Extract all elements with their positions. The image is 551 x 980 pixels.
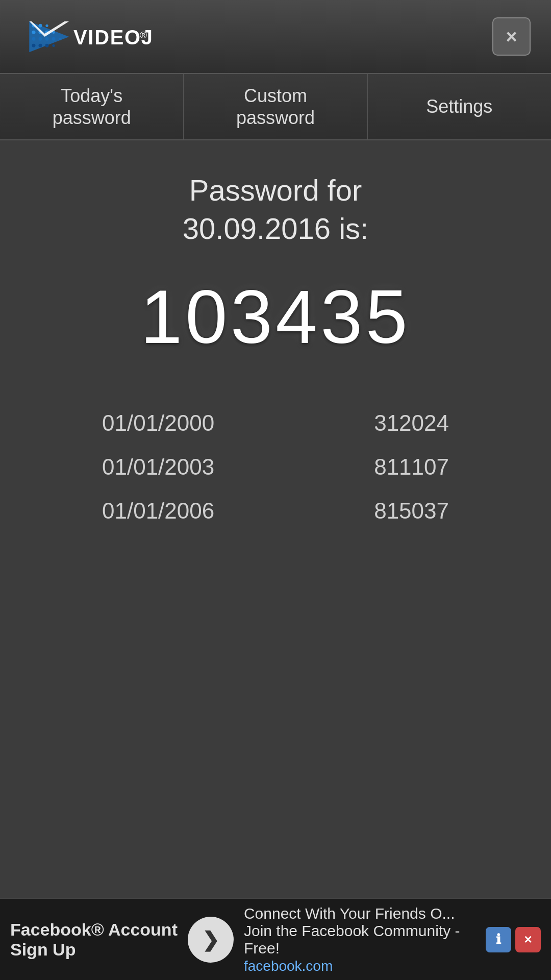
close-icon: × xyxy=(506,27,517,46)
svg-point-15 xyxy=(45,43,49,47)
history-table: 01/01/2000 312024 01/01/2003 811107 01/0… xyxy=(102,401,449,533)
tab-settings-label: Settings xyxy=(426,95,492,117)
history-date-1: 01/01/2000 xyxy=(102,410,214,436)
svg-point-4 xyxy=(32,30,36,34)
history-pw-1: 312024 xyxy=(374,410,449,436)
svg-point-10 xyxy=(45,37,49,40)
svg-point-8 xyxy=(32,37,36,40)
svg-point-3 xyxy=(45,24,48,27)
ad-icons: ℹ × xyxy=(486,927,541,952)
facebook-link[interactable]: facebook.com xyxy=(244,958,333,974)
tab-custom-password[interactable]: Custompassword xyxy=(184,74,367,139)
ad-close-icon[interactable]: × xyxy=(515,927,541,952)
svg-point-2 xyxy=(39,23,42,27)
tab-todays-password[interactable]: Today'spassword xyxy=(0,74,184,139)
tab-settings[interactable]: Settings xyxy=(368,74,551,139)
ad-text-left: Facebook® AccountSign Up xyxy=(10,920,178,960)
app-header: VIDEOJET ® × xyxy=(0,0,551,74)
ad-arrow-button[interactable]: ❯ xyxy=(188,917,234,963)
svg-point-13 xyxy=(32,43,36,47)
ad-text-right: Connect With Your Friends O... Join the … xyxy=(244,905,481,974)
history-pw-2: 811107 xyxy=(374,454,449,480)
tab-todays-password-label: Today'spassword xyxy=(53,85,131,129)
ad-banner: Facebook® AccountSign Up ❯ Connect With … xyxy=(0,898,551,980)
videojet-logo: VIDEOJET ® xyxy=(20,14,153,60)
main-password-value: 103435 xyxy=(20,274,531,360)
close-button[interactable]: × xyxy=(492,17,531,56)
ad-arrow-icon: ❯ xyxy=(202,928,219,951)
history-date-2: 01/01/2003 xyxy=(102,454,214,480)
password-for-label: Password for30.09.2016 is: xyxy=(20,171,531,248)
svg-point-12 xyxy=(59,37,61,40)
svg-point-14 xyxy=(39,43,42,47)
history-date-3: 01/01/2006 xyxy=(102,498,214,524)
svg-point-9 xyxy=(39,37,42,40)
history-row: 01/01/2006 815037 xyxy=(102,489,449,533)
tab-bar: Today'spassword Custompassword Settings xyxy=(0,74,551,140)
logo-area: VIDEOJET ® xyxy=(20,14,153,60)
history-row: 01/01/2000 312024 xyxy=(102,401,449,445)
svg-text:®: ® xyxy=(140,29,147,40)
main-content: Password for30.09.2016 is: 103435 01/01/… xyxy=(0,140,551,906)
svg-point-16 xyxy=(52,44,55,46)
ad-info-icon[interactable]: ℹ xyxy=(486,927,511,952)
history-pw-3: 815037 xyxy=(374,498,449,524)
tab-custom-password-label: Custompassword xyxy=(236,85,315,129)
history-row: 01/01/2003 811107 xyxy=(102,445,449,489)
svg-point-11 xyxy=(52,37,56,40)
